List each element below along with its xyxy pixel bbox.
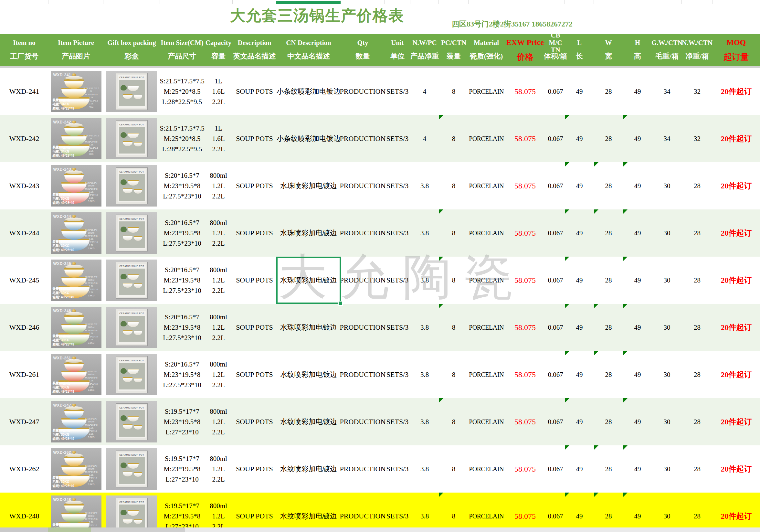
cell-pc-ctn[interactable]: 8 [439,351,468,398]
cell-qty[interactable]: PRODUCTION [341,115,385,162]
cell-length[interactable]: 49 [565,115,594,162]
cell-exw-price[interactable]: 58.075 [504,257,546,304]
cell-item-no[interactable]: WXD-261 [0,351,48,398]
cell-capacity[interactable]: 800ml 1.2L 2.2L [204,162,233,210]
cell-width[interactable]: 28 [594,162,623,210]
header-cell[interactable]: W 宽 [594,34,623,66]
cell-width[interactable]: 28 [594,398,623,445]
cell-moq[interactable]: 20件起订 [712,304,760,351]
cell-description[interactable]: SOUP POTS [233,304,276,351]
cell-unit[interactable]: SETS/3 [385,398,410,445]
cell-moq[interactable]: 20件起订 [712,68,760,115]
cell-item-no[interactable]: WXD-248 [0,493,48,532]
empty-cell[interactable] [233,0,276,4]
header-cell[interactable]: Item no 工厂货号 [0,34,48,66]
cell-nw-pc[interactable]: 4 [410,68,439,115]
cell-gift-box[interactable]: CERAMIC SOUP POT [103,445,160,493]
cell-material[interactable]: PORCELAIN [468,257,504,304]
cell-material[interactable]: PORCELAIN [468,162,504,210]
header-cell[interactable]: N.W./CTN 净重/箱 [682,34,712,66]
cell-unit[interactable]: SETS/3 [385,257,410,304]
cell-pc-ctn[interactable]: 8 [439,398,468,445]
cell-gw-ctn[interactable]: 30 [652,304,682,351]
empty-cell[interactable] [0,0,48,4]
cell-unit[interactable]: SETS/3 [385,210,410,257]
cell-pc-ctn[interactable]: 8 [439,162,468,210]
cell-nw-ctn[interactable]: 28 [682,445,712,493]
cell-capacity[interactable]: 800ml 1.2L 2.2L [204,210,233,257]
header-cell[interactable]: Material 瓷质(强化) [468,34,504,66]
cell-qty[interactable]: PRODUCTION [341,304,385,351]
cell-item-no[interactable]: WXD-242 [0,115,48,162]
empty-cell[interactable] [341,0,385,4]
cell-cbm-ctn[interactable]: 0.067 [546,115,565,162]
cell-cn-description[interactable]: 水珠喷彩加电镀边 [276,162,341,210]
header-cell[interactable]: Qty 数量 [341,34,385,66]
cell-cn-description[interactable]: 水纹喷彩加电镀边 [276,445,341,493]
cell-gift-box[interactable]: CERAMIC SOUP POT [103,257,160,304]
cell-capacity[interactable]: 800ml 1.2L 2.2L [204,445,233,493]
cell-gw-ctn[interactable]: 30 [652,493,682,532]
cell-pc-ctn[interactable]: 8 [439,257,468,304]
cell-nw-pc[interactable]: 3.8 [410,210,439,257]
cell-length[interactable]: 49 [565,304,594,351]
active-column-indicator[interactable] [276,0,341,4]
cell-exw-price[interactable]: 58.075 [504,304,546,351]
cell-capacity[interactable]: 1L 1.6L 2.2L [204,115,233,162]
empty-cell[interactable] [504,0,546,4]
cell-qty[interactable]: PRODUCTION [341,398,385,445]
cell-item-picture[interactable]: WXD-243 装量: 8套/箱 毛重: 30KG 箱规: 49*28*49 S… [48,162,103,210]
cell-gw-ctn[interactable]: 34 [652,115,682,162]
cell-qty[interactable]: PRODUCTION [341,351,385,398]
cell-height[interactable]: 49 [623,304,652,351]
cell-cn-description[interactable]: 水珠喷彩加电镀边 [276,210,341,257]
header-cell[interactable]: N.W/PC 产品净重 [410,34,439,66]
cell-width[interactable]: 28 [594,493,623,532]
empty-cell[interactable] [160,0,204,4]
cell-description[interactable]: SOUP POTS [233,445,276,493]
cell-description[interactable]: SOUP POTS [233,68,276,115]
empty-cell[interactable] [652,0,682,4]
cell-description[interactable]: SOUP POTS [233,257,276,304]
empty-cell[interactable] [204,0,233,4]
cell-nw-ctn[interactable]: 28 [682,493,712,532]
cell-material[interactable]: PORCELAIN [468,304,504,351]
cell-cbm-ctn[interactable]: 0.067 [546,493,565,532]
cell-nw-ctn[interactable]: 32 [682,68,712,115]
cell-gw-ctn[interactable]: 30 [652,162,682,210]
cell-exw-price[interactable]: 58.075 [504,210,546,257]
empty-cell[interactable] [48,0,103,4]
cell-height[interactable]: 49 [623,351,652,398]
cell-nw-ctn[interactable]: 28 [682,398,712,445]
cell-nw-ctn[interactable]: 32 [682,115,712,162]
cell-nw-pc[interactable]: 4 [410,115,439,162]
cell-item-size[interactable]: S:21.5*17.5*7.5 M:25*20*8.5 L:28*22.5*9.… [160,115,204,162]
cell-width[interactable]: 28 [594,304,623,351]
cell-item-size[interactable]: S:19.5*17*7 M:23*19.5*8 L:27*23*10 [160,445,204,493]
cell-moq[interactable]: 20件起订 [712,351,760,398]
header-cell[interactable]: H 高 [623,34,652,66]
cell-capacity[interactable]: 800ml 1.2L 2.2L [204,257,233,304]
cell-unit[interactable]: SETS/3 [385,351,410,398]
cell-height[interactable]: 49 [623,68,652,115]
cell-gift-box[interactable]: CERAMIC SOUP POT [103,68,160,115]
cell-length[interactable]: 49 [565,257,594,304]
header-cell[interactable]: Item Picture 产品图片 [48,34,103,66]
cell-qty[interactable]: PRODUCTION [341,493,385,532]
cell-gw-ctn[interactable]: 30 [652,210,682,257]
cell-item-picture[interactable]: WXD-262 装量: 8套/箱 毛重: 30KG 箱规: 49*28*49 S… [48,445,103,493]
cell-item-no[interactable]: WXD-245 [0,257,48,304]
cell-unit[interactable]: SETS/3 [385,162,410,210]
cell-qty[interactable]: PRODUCTION [341,210,385,257]
header-cell[interactable]: MOQ 起订量 [712,34,760,66]
cell-length[interactable]: 49 [565,210,594,257]
cell-capacity[interactable]: 800ml 1.2L 2.2L [204,398,233,445]
cell-nw-pc[interactable]: 3.8 [410,351,439,398]
cell-capacity[interactable]: 1L 1.6L 2.2L [204,68,233,115]
cell-moq[interactable]: 20件起订 [712,257,760,304]
cell-cbm-ctn[interactable]: 0.067 [546,445,565,493]
fill-handle[interactable] [338,301,343,306]
cell-material[interactable]: PORCELAIN [468,493,504,532]
cell-cn-description[interactable]: 水纹喷彩加电镀边 [276,493,341,532]
cell-qty[interactable]: PRODUCTION [341,162,385,210]
